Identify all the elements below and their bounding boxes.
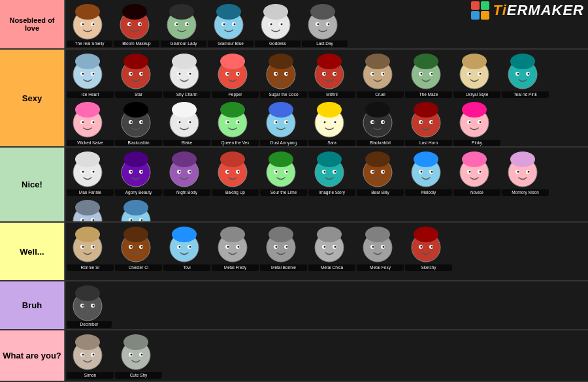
tier-item[interactable]: Blackrabbit (357, 99, 404, 146)
tier-item[interactable]: Sugar the Coco (260, 51, 307, 98)
svg-point-217 (123, 200, 148, 215)
svg-point-256 (324, 246, 326, 248)
svg-point-53 (189, 73, 191, 75)
tier-label-whatareyou: What are you? (0, 330, 65, 381)
svg-point-178 (276, 171, 278, 173)
svg-point-211 (75, 200, 100, 215)
tier-item[interactable]: Dust Annyang (260, 99, 307, 146)
tier-item[interactable]: Novice (453, 149, 500, 196)
item-label: Melodiy (405, 189, 452, 196)
svg-point-142 (421, 121, 423, 123)
tier-item[interactable]: Mithril (308, 51, 355, 98)
svg-point-238 (179, 246, 181, 248)
svg-point-73 (365, 54, 390, 69)
svg-point-113 (189, 121, 191, 123)
svg-point-283 (123, 334, 148, 350)
svg-point-250 (276, 246, 278, 248)
item-label: Novice (453, 189, 500, 196)
svg-point-94 (517, 73, 519, 75)
item-label: Bloom Makeup (114, 40, 159, 47)
tier-item[interactable]: Bear Billy (357, 149, 404, 196)
tier-item[interactable]: Sketchy (405, 224, 452, 271)
svg-point-67 (317, 54, 342, 69)
tier-item[interactable]: Decimber (67, 283, 112, 328)
svg-point-34 (318, 24, 319, 25)
tier-item[interactable]: Tovi (163, 224, 210, 271)
item-label: Simon (67, 372, 114, 379)
tier-item[interactable]: Bloom Makeup (114, 1, 159, 47)
tier-label-bruh: Bruh (0, 281, 65, 329)
tiermaker-logo: TiERMAKER (471, 1, 584, 20)
tier-item[interactable]: Metal Bonnie (260, 224, 307, 271)
tier-item[interactable]: Mao Fannie (67, 149, 114, 196)
tier-item[interactable]: Momory Moon (502, 149, 549, 196)
tier-item[interactable]: Last Day (302, 1, 348, 47)
tier-item[interactable]: Baking Up (212, 149, 259, 196)
svg-point-148 (469, 121, 471, 123)
svg-point-239 (189, 246, 191, 248)
tier-item[interactable]: Blake (163, 99, 210, 146)
item-label: Metal Fredy (212, 264, 259, 271)
item-label: Wicked Naive (67, 140, 114, 146)
tier-item[interactable]: Imagine Story (308, 149, 355, 196)
tier-item[interactable]: Goddess (255, 1, 301, 47)
tier-item[interactable]: Star (115, 51, 162, 98)
svg-point-149 (480, 121, 482, 123)
svg-point-29 (281, 24, 283, 25)
svg-point-109 (172, 102, 197, 118)
svg-point-190 (372, 171, 374, 173)
svg-point-130 (324, 121, 326, 123)
svg-point-163 (172, 151, 197, 167)
tier-item[interactable]: Glamour Blue (208, 1, 253, 47)
svg-point-37 (75, 54, 100, 69)
tier-item[interactable]: Teal nd Pink (502, 51, 549, 98)
svg-point-59 (238, 73, 240, 75)
svg-point-281 (93, 354, 95, 356)
logo-text: TiERMAKER (493, 2, 584, 19)
tier-item[interactable]: Ronnie Sr (67, 224, 114, 271)
svg-point-28 (270, 24, 272, 25)
tier-item[interactable]: Melodiy (405, 149, 452, 196)
tier-item[interactable]: Queen the Vex (212, 99, 259, 146)
tier-item[interactable]: Ukryal Style (453, 51, 500, 98)
item-label: Bear Billy (357, 189, 404, 196)
tier-item[interactable]: Shy Charm (163, 51, 210, 98)
tier-item[interactable]: Metal Fredy (212, 224, 259, 271)
logo-cell-green (481, 1, 489, 10)
tier-item[interactable]: Ice Heart (67, 51, 114, 98)
svg-point-155 (93, 171, 95, 173)
tier-item[interactable]: Sara (308, 99, 355, 146)
svg-point-277 (75, 334, 100, 350)
tier-item[interactable]: Wicked Naive (67, 99, 114, 146)
item-label: Chester Cl (115, 264, 162, 271)
svg-point-43 (123, 54, 148, 69)
svg-point-235 (172, 227, 197, 242)
svg-point-136 (372, 121, 374, 123)
svg-point-4 (82, 24, 84, 25)
tier-item[interactable]: Metal Foxy (357, 224, 404, 271)
item-label: Night Body (163, 189, 210, 196)
tier-item[interactable]: Cute Shy (115, 332, 162, 379)
tier-item[interactable]: Metal Chica (308, 224, 355, 271)
tier-item[interactable]: Glamour Lady (161, 1, 206, 47)
item-label: Metal Bonnie (260, 264, 307, 271)
tier-item[interactable]: Night Body (163, 149, 210, 196)
tier-item[interactable]: Pinky (453, 99, 500, 146)
svg-point-71 (335, 73, 336, 75)
tier-item[interactable]: Bluebell (115, 197, 162, 221)
tier-item[interactable]: Agony Beauty (115, 149, 162, 196)
tier-item[interactable]: Sour the Lime (260, 149, 307, 196)
svg-point-10 (129, 24, 131, 25)
tier-item[interactable]: Cool (67, 197, 114, 221)
svg-point-271 (75, 285, 100, 301)
tier-item[interactable]: Pepper (212, 51, 259, 98)
tier-item[interactable]: Last Horn (405, 99, 452, 146)
tier-item[interactable]: Chester Cl (115, 224, 162, 271)
tier-item[interactable]: The real Smelly (67, 1, 112, 47)
tier-item[interactable]: Cruel (357, 51, 404, 98)
tier-item[interactable]: Blackcatbin (115, 99, 162, 146)
tier-item[interactable]: Simon (67, 332, 114, 379)
tier-items-nice: Mao Fannie Agony Beauty Night Body (65, 148, 588, 221)
svg-point-157 (123, 151, 148, 167)
tier-item[interactable]: The Maze (405, 51, 452, 98)
